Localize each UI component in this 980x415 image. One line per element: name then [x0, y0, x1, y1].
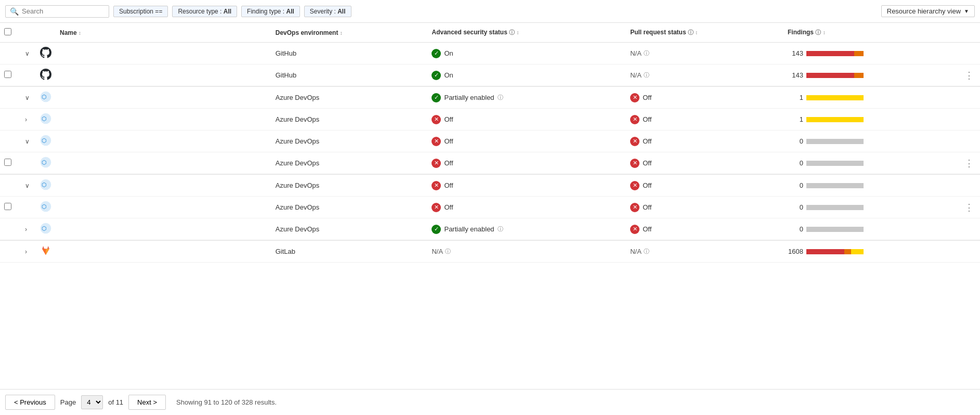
status-indicator: ✕ — [432, 203, 441, 212]
more-options-cell[interactable]: ⋮ — [958, 152, 980, 175]
expand-cell[interactable] — [19, 197, 36, 218]
checkbox-cell — [0, 240, 19, 263]
security-cell: ✕ Off — [427, 152, 626, 175]
findings-cell: 143 — [783, 64, 958, 87]
row-checkbox[interactable] — [4, 71, 11, 78]
expand-cell[interactable]: ∨ — [19, 43, 36, 64]
more-options-button[interactable]: ⋮ — [962, 158, 976, 168]
name-cell — [56, 43, 271, 64]
devops-icon: ⬡ — [40, 228, 51, 236]
svg-text:⬡: ⬡ — [42, 203, 47, 210]
status-indicator: ✕ — [630, 93, 639, 102]
devops-cell: Azure DevOps — [271, 131, 428, 152]
checkbox-cell — [0, 86, 19, 109]
checkbox-cell[interactable] — [0, 64, 19, 87]
info-icon: ⓘ — [498, 225, 503, 233]
icon-cell — [36, 64, 56, 87]
expand-button[interactable]: ∨ — [23, 49, 32, 58]
row-checkbox[interactable] — [4, 203, 11, 210]
status-indicator: ✕ — [630, 115, 639, 124]
findings-count: 0 — [788, 181, 803, 189]
expand-cell[interactable] — [19, 64, 36, 87]
header-checkbox-col[interactable] — [0, 23, 19, 43]
more-options-cell[interactable]: ⋮ — [958, 64, 980, 87]
devops-sort-icon: ↕ — [340, 30, 343, 36]
devops-icon: ⬡ — [40, 206, 51, 214]
name-cell — [56, 218, 271, 241]
findings-cell: 1 — [783, 86, 958, 109]
expand-button[interactable]: ∨ — [23, 93, 32, 102]
table-row: GitHub ✓ On N/A ⓘ 143 ⋮ — [0, 64, 980, 87]
expand-button[interactable]: ∨ — [23, 181, 32, 190]
svg-text:⬡: ⬡ — [42, 137, 47, 144]
expand-button[interactable]: › — [23, 247, 29, 256]
header-security[interactable]: Advanced security status ⓘ ↕ — [427, 23, 626, 43]
header-actions-col — [958, 23, 980, 43]
more-options-cell — [958, 86, 980, 109]
select-all-checkbox[interactable] — [4, 28, 11, 35]
findings-cell: 1608 — [783, 240, 958, 263]
expand-cell[interactable]: › — [19, 109, 36, 131]
expand-cell[interactable] — [19, 152, 36, 175]
table-row: ⬡ Azure DevOps ✕ Off ✕ Off 0 ⋮ — [0, 152, 980, 175]
filter-subscription[interactable]: Subscription == — [113, 6, 168, 17]
expand-button[interactable]: › — [23, 225, 29, 234]
expand-button[interactable]: ∨ — [23, 137, 32, 146]
header-pullrequest[interactable]: Pull request status ⓘ ↕ — [626, 23, 783, 43]
checkbox-cell — [0, 131, 19, 152]
more-options-button[interactable]: ⋮ — [962, 70, 976, 81]
devops-icon: ⬡ — [40, 96, 51, 104]
expand-cell[interactable]: ∨ — [19, 131, 36, 152]
icon-cell: ⬡ — [36, 131, 56, 152]
findings-count: 143 — [788, 71, 803, 79]
checkbox-cell[interactable] — [0, 197, 19, 218]
checkbox-cell — [0, 218, 19, 241]
status-indicator: ✕ — [432, 115, 441, 124]
search-input[interactable] — [22, 7, 104, 15]
table-container: Name ↕ DevOps environment ↕ Advanced sec… — [0, 23, 980, 294]
expand-cell[interactable]: › — [19, 240, 36, 263]
findings-cell: 0 — [783, 174, 958, 197]
findings-info-icon: ⓘ — [815, 29, 821, 35]
expand-button[interactable]: › — [23, 115, 29, 124]
devops-icon: ⬡ — [40, 184, 51, 192]
svg-text:⬡: ⬡ — [42, 115, 47, 122]
hierarchy-view-dropdown[interactable]: Resource hierarchy view ▼ — [881, 5, 975, 17]
pr-cell: N/A ⓘ — [626, 43, 783, 64]
name-cell — [56, 64, 271, 87]
name-cell — [56, 131, 271, 152]
expand-cell[interactable]: ∨ — [19, 174, 36, 197]
name-cell — [56, 152, 271, 175]
security-cell: ✕ Off — [427, 174, 626, 197]
checkbox-cell — [0, 43, 19, 64]
header-icon-col — [36, 23, 56, 43]
status-indicator: ✕ — [630, 203, 639, 212]
more-options-cell — [958, 109, 980, 131]
header-devops[interactable]: DevOps environment ↕ — [271, 23, 428, 43]
search-icon: 🔍 — [10, 7, 19, 16]
row-checkbox[interactable] — [4, 159, 11, 166]
more-options-button[interactable]: ⋮ — [962, 202, 976, 213]
filter-finding-type[interactable]: Finding type : All — [241, 6, 300, 17]
devops-icon: ⬡ — [40, 162, 51, 170]
icon-cell: ⬡ — [36, 197, 56, 218]
findings-cell: 0 — [783, 131, 958, 152]
status-indicator: ✕ — [630, 137, 639, 146]
status-indicator: ✕ — [432, 159, 441, 168]
name-cell — [56, 240, 271, 263]
more-options-cell — [958, 218, 980, 241]
status-indicator: ✕ — [432, 181, 441, 190]
expand-cell[interactable]: ∨ — [19, 86, 36, 109]
search-box[interactable]: 🔍 — [5, 5, 109, 18]
checkbox-cell[interactable] — [0, 152, 19, 175]
filter-severity[interactable]: Severity : All — [304, 6, 351, 17]
more-options-cell — [958, 131, 980, 152]
devops-cell: Azure DevOps — [271, 152, 428, 175]
more-options-cell[interactable]: ⋮ — [958, 197, 980, 218]
security-cell: N/A ⓘ — [427, 240, 626, 263]
expand-cell[interactable]: › — [19, 218, 36, 241]
header-name[interactable]: Name ↕ — [56, 23, 271, 43]
github-icon — [40, 52, 51, 60]
filter-resource-type[interactable]: Resource type : All — [172, 6, 237, 17]
header-findings[interactable]: Findings ⓘ ↕ — [783, 23, 958, 43]
